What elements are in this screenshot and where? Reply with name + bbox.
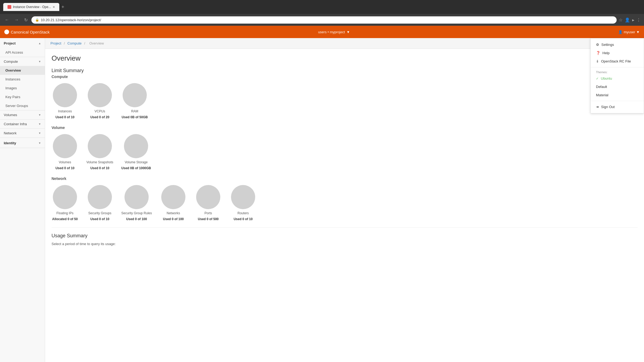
settings-menu-item[interactable]: ⚙ Settings <box>591 40 644 49</box>
sidebar-volumes-header[interactable]: Volumes ▼ <box>0 110 45 119</box>
help-icon: ❓ <box>596 51 600 55</box>
metric-volume-storage-circle <box>124 134 148 158</box>
back-button[interactable]: ← <box>3 16 11 23</box>
sidebar-project-header[interactable]: Project ▲ <box>0 38 45 48</box>
menu-icon[interactable]: ⋮ <box>636 17 641 23</box>
sidebar-key-pairs-label: Key Pairs <box>5 95 20 99</box>
compute-subsection-title: Compute <box>52 75 638 79</box>
sidebar-identity-section: Identity ▼ <box>0 138 45 148</box>
brand: Canonical OpenStack <box>4 29 50 34</box>
content-area: Project / Compute / Overview Overview Li… <box>45 38 644 362</box>
metric-ports-circle <box>196 185 220 209</box>
profile-icon[interactable]: 👤 <box>625 17 630 23</box>
user-name: myuser <box>624 30 635 34</box>
compute-section: Compute Instances Used 0 of 10 VCPUs Use… <box>52 75 638 119</box>
extensions-icon[interactable]: ▸ <box>632 17 634 23</box>
sign-out-menu-item[interactable]: ➔ Sign Out <box>591 103 644 111</box>
reload-button[interactable]: ↻ <box>23 16 29 24</box>
theme-default[interactable]: Default <box>591 83 644 91</box>
sidebar-instances-label: Instances <box>5 77 20 81</box>
metric-volume-storage-value: Used 0B of 1000GB <box>121 166 151 170</box>
browser-actions: ☆ 👤 ▸ ⋮ <box>619 17 641 23</box>
sidebar-item-instances[interactable]: Instances <box>0 75 45 84</box>
url-bar[interactable]: 🔒 10.20.21.12/openstack-horizon/project/ <box>31 16 617 24</box>
breadcrumb-current: Overview <box>89 41 104 45</box>
sidebar-compute-arrow: ▼ <box>38 60 41 63</box>
bookmark-icon[interactable]: ☆ <box>619 17 623 23</box>
volume-metrics-row: Volumes Used 0 of 10 Volume Snapshots Us… <box>52 134 638 170</box>
main-area: Project ▲ API Access Compute ▼ Overview … <box>0 38 644 362</box>
usage-summary-title: Usage Summary <box>52 233 638 239</box>
sidebar-api-access-label: API Access <box>5 50 23 54</box>
sidebar-compute-header[interactable]: Compute ▼ <box>0 57 45 66</box>
sidebar-item-server-groups[interactable]: Server Groups <box>0 101 45 110</box>
user-menu[interactable]: 👤 myuser ▼ <box>618 30 640 34</box>
sidebar-project-label: Project <box>4 41 16 45</box>
sidebar-identity-header[interactable]: Identity ▼ <box>0 138 45 148</box>
user-dropdown-menu: ⚙ Settings ❓ Help ⇓ OpenStack RC File Th… <box>590 38 644 113</box>
breadcrumb-project[interactable]: Project <box>50 41 61 45</box>
metric-security-groups-value: Used 0 of 10 <box>90 217 109 221</box>
app: Canonical OpenStack users • myproject ▼ … <box>0 26 644 362</box>
breadcrumb-compute[interactable]: Compute <box>67 41 82 45</box>
sidebar-item-api-access[interactable]: API Access <box>0 48 45 57</box>
browser-chrome: Instance Overview - Ope... ✕ + <box>0 0 644 14</box>
sidebar-network-arrow: ▼ <box>38 132 41 135</box>
metric-ports-label: Ports <box>204 211 212 215</box>
metric-instances-value: Used 0 of 10 <box>56 115 75 119</box>
metric-floating-ips: Floating IPs Allocated 0 of 50 <box>52 185 78 221</box>
browser-tab[interactable]: Instance Overview - Ope... ✕ <box>3 3 59 11</box>
theme-material[interactable]: Material <box>591 91 644 99</box>
metric-security-group-rules-label: Security Group Rules <box>121 211 152 215</box>
sidebar-container-infra-header[interactable]: Container Infra ▼ <box>0 120 45 128</box>
rc-file-label: OpenStack RC File <box>601 59 631 63</box>
metric-volume-storage-label: Volume Storage <box>125 160 148 164</box>
sidebar-item-images[interactable]: Images <box>0 84 45 93</box>
metric-networks-circle <box>161 185 185 209</box>
help-menu-item[interactable]: ❓ Help <box>591 49 644 57</box>
sign-out-icon: ➔ <box>596 105 599 109</box>
dropdown-divider-1 <box>591 67 644 67</box>
sidebar-volumes-arrow: ▼ <box>38 113 41 116</box>
sidebar-project-arrow: ▲ <box>38 42 41 45</box>
tab-title: Instance Overview - Ope... <box>13 5 51 9</box>
browser-favicon <box>8 5 11 9</box>
metric-volume-snapshots-value: Used 0 of 10 <box>90 166 109 170</box>
themes-label: Themes: <box>591 69 644 74</box>
sidebar: Project ▲ API Access Compute ▼ Overview … <box>0 38 45 362</box>
new-tab-icon[interactable]: + <box>61 4 64 10</box>
rc-file-menu-item[interactable]: ⇓ OpenStack RC File <box>591 57 644 65</box>
topbar: Canonical OpenStack users • myproject ▼ … <box>0 26 644 38</box>
sidebar-item-key-pairs[interactable]: Key Pairs <box>0 93 45 101</box>
metric-security-groups: Security Groups Used 0 of 10 <box>86 185 113 221</box>
brand-icon <box>4 29 9 34</box>
sidebar-network-section: Network ▼ <box>0 129 45 138</box>
sidebar-overview-label: Overview <box>5 68 21 72</box>
metric-ports: Ports Used 0 of 500 <box>195 185 222 221</box>
sidebar-container-infra-label: Container Infra <box>4 122 27 126</box>
breadcrumb: Project / Compute / Overview <box>45 38 644 49</box>
tab-close-icon[interactable]: ✕ <box>53 5 55 9</box>
metric-volumes-circle <box>53 134 77 158</box>
forward-button[interactable]: → <box>13 16 20 23</box>
theme-ubuntu[interactable]: ✓ Ubuntu <box>591 74 644 83</box>
url-text: 10.20.21.12/openstack-horizon/project/ <box>41 18 101 22</box>
sidebar-volumes-label: Volumes <box>4 113 17 117</box>
usage-summary-section: Usage Summary Select a period of time to… <box>52 227 638 246</box>
metric-volumes: Volumes Used 0 of 10 <box>52 134 78 170</box>
project-selector[interactable]: users • myproject ▼ <box>318 30 350 34</box>
download-icon: ⇓ <box>596 59 599 63</box>
metric-vcpus-label: VCPUs <box>94 109 105 113</box>
security-icon: 🔒 <box>35 18 39 22</box>
sidebar-container-infra-section: Container Infra ▼ <box>0 120 45 129</box>
sidebar-network-header[interactable]: Network ▼ <box>0 129 45 138</box>
sidebar-volumes-section: Volumes ▼ <box>0 110 45 120</box>
metric-routers-value: Used 0 of 10 <box>234 217 253 221</box>
sidebar-network-label: Network <box>4 131 17 135</box>
sidebar-item-overview[interactable]: Overview <box>0 66 45 75</box>
metric-ram-label: RAM <box>131 109 138 113</box>
theme-default-label: Default <box>596 85 607 89</box>
metric-volumes-label: Volumes <box>59 160 71 164</box>
metric-networks-value: Used 0 of 100 <box>163 217 184 221</box>
project-dropdown-arrow: ▼ <box>346 30 350 34</box>
